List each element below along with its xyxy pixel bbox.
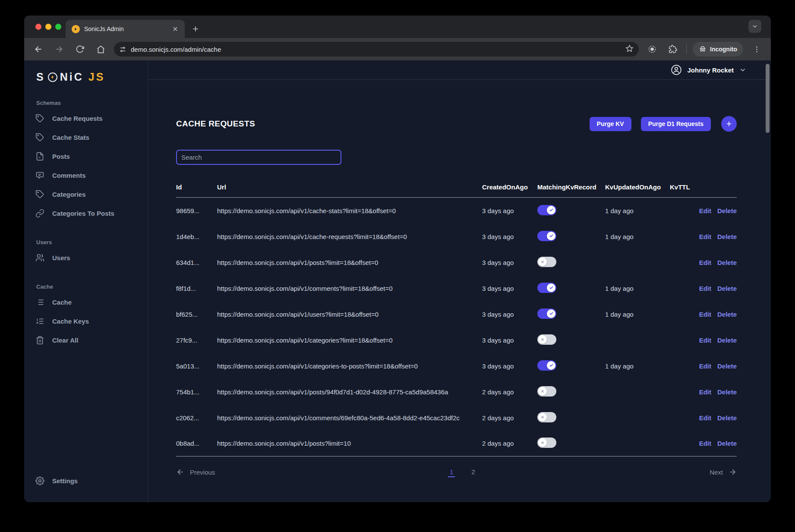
cell-id: 5a013... [176, 362, 217, 370]
matching-kv-record-toggle[interactable] [537, 257, 556, 267]
media-dial-icon[interactable] [645, 42, 659, 57]
sidebar-item-clear-all[interactable]: Clear All [35, 331, 138, 349]
user-name[interactable]: Johnny Rocket [687, 66, 734, 74]
delete-link[interactable]: Delete [717, 207, 737, 214]
page-number-2[interactable]: 2 [470, 467, 476, 477]
cell-matching-kv-record [537, 334, 605, 346]
edit-link[interactable]: Edit [699, 362, 711, 370]
bookmark-star-icon[interactable] [625, 44, 634, 54]
tab-close-icon[interactable]: ✕ [171, 25, 180, 33]
sidebar-item-categories-to-posts[interactable]: Categories To Posts [35, 204, 138, 223]
sidebar-item-cache-requests[interactable]: Cache Requests [35, 109, 138, 128]
user-avatar-icon[interactable] [671, 64, 682, 76]
cell-matching-kv-record [537, 283, 605, 294]
add-record-button[interactable] [721, 116, 737, 132]
delete-link[interactable]: Delete [717, 440, 737, 447]
cache-requests-table: Id Url CreatedOnAgo MatchingKvRecord KvU… [176, 177, 737, 456]
matching-kv-record-toggle[interactable] [537, 386, 556, 397]
matching-kv-record-toggle[interactable] [537, 283, 556, 293]
matching-kv-record-toggle[interactable] [537, 231, 556, 241]
delete-link[interactable]: Delete [717, 414, 737, 422]
edit-link[interactable]: Edit [699, 233, 711, 240]
cell-id: bf625... [176, 311, 217, 318]
edit-link[interactable]: Edit [699, 207, 711, 214]
edit-link[interactable]: Edit [699, 285, 711, 292]
cell-created-on-ago: 2 days ago [482, 388, 537, 396]
extensions-puzzle-icon[interactable] [666, 42, 680, 57]
x-icon [540, 260, 545, 264]
check-icon [549, 363, 554, 368]
cell-matching-kv-record [537, 438, 605, 449]
sidebar-item-cache-keys[interactable]: Cache Keys [35, 312, 138, 331]
back-icon[interactable] [31, 42, 46, 57]
matching-kv-record-toggle[interactable] [537, 334, 556, 345]
cell-url: https://demo.sonicjs.com/api/v1/posts?li… [217, 440, 482, 447]
matching-kv-record-toggle[interactable] [537, 412, 556, 422]
x-icon [540, 337, 545, 342]
next-page-button[interactable]: Next [710, 468, 737, 476]
purge-kv-button[interactable]: Purge KV [590, 117, 631, 131]
previous-page-button[interactable]: Previous [176, 468, 215, 476]
cell-created-on-ago: 3 days ago [482, 337, 537, 344]
tab-search-chevron-icon[interactable] [748, 20, 761, 33]
site-settings-icon[interactable] [119, 46, 126, 53]
edit-link[interactable]: Edit [699, 388, 711, 396]
cell-created-on-ago: 3 days ago [482, 362, 537, 370]
cell-id: f8f1d... [176, 285, 217, 292]
url-text[interactable]: demo.sonicjs.com/admin/cache [131, 46, 621, 53]
page-number-1[interactable]: 1 [448, 467, 455, 477]
page-scrollbar[interactable] [766, 64, 770, 133]
new-tab-button[interactable] [189, 22, 202, 35]
home-icon[interactable] [93, 42, 108, 57]
document-icon [35, 152, 44, 161]
maximize-window-button[interactable] [55, 24, 61, 30]
matching-kv-record-toggle[interactable] [537, 308, 556, 319]
matching-kv-record-toggle[interactable] [537, 205, 556, 215]
search-input[interactable] [176, 150, 341, 165]
minimize-window-button[interactable] [45, 24, 51, 30]
address-bar[interactable]: demo.sonicjs.com/admin/cache [114, 42, 639, 57]
delete-link[interactable]: Delete [717, 388, 737, 396]
toggle-knob [538, 258, 547, 266]
delete-link[interactable]: Delete [717, 311, 737, 318]
cell-id: 1d4eb... [176, 233, 217, 240]
tag-icon [35, 114, 44, 123]
reload-icon[interactable] [73, 42, 87, 57]
purge-d1-requests-button[interactable]: Purge D1 Requests [641, 117, 711, 131]
delete-link[interactable]: Delete [717, 259, 737, 266]
edit-link[interactable]: Edit [699, 414, 711, 422]
window-controls [35, 24, 61, 30]
sidebar-item-label: Cache Stats [52, 134, 89, 141]
chevron-down-icon[interactable] [739, 66, 747, 74]
column-header-kv-ttl: KvTTL [670, 183, 699, 191]
browser-menu-kebab-icon[interactable] [749, 42, 764, 57]
table-row: 1d4eb... https://demo.sonicjs.com/api/v1… [176, 224, 737, 249]
sidebar-item-settings[interactable]: Settings [35, 471, 138, 490]
sidebar-item-cache-stats[interactable]: Cache Stats [35, 128, 138, 147]
matching-kv-record-toggle[interactable] [537, 360, 556, 371]
matching-kv-record-toggle[interactable] [537, 438, 556, 448]
cell-matching-kv-record [537, 205, 605, 217]
logo-text-pre: S [36, 71, 45, 83]
close-window-button[interactable] [35, 24, 41, 30]
edit-link[interactable]: Edit [699, 337, 711, 344]
forward-icon[interactable] [52, 42, 66, 57]
delete-link[interactable]: Delete [717, 362, 737, 370]
sidebar-item-posts[interactable]: Posts [35, 147, 138, 166]
sidebar-item-comments[interactable]: Comments [35, 166, 138, 185]
sidebar-item-cache[interactable]: Cache [35, 293, 138, 312]
delete-link[interactable]: Delete [717, 285, 737, 292]
toggle-knob [538, 413, 547, 422]
delete-link[interactable]: Delete [717, 337, 737, 344]
sidebar-item-categories[interactable]: Categories [35, 185, 138, 204]
edit-link[interactable]: Edit [699, 440, 711, 447]
delete-link[interactable]: Delete [717, 233, 737, 240]
column-header-kv-updated-on-ago: KvUpdatedOnAgo [605, 183, 670, 191]
toggle-knob [538, 335, 547, 344]
sidebar-item-users[interactable]: Users [35, 248, 138, 267]
browser-tab[interactable]: SonicJs Admin ✕ [66, 20, 185, 38]
tag-icon [35, 190, 44, 199]
edit-link[interactable]: Edit [699, 259, 711, 266]
edit-link[interactable]: Edit [699, 311, 711, 318]
cell-created-on-ago: 3 days ago [482, 207, 537, 214]
